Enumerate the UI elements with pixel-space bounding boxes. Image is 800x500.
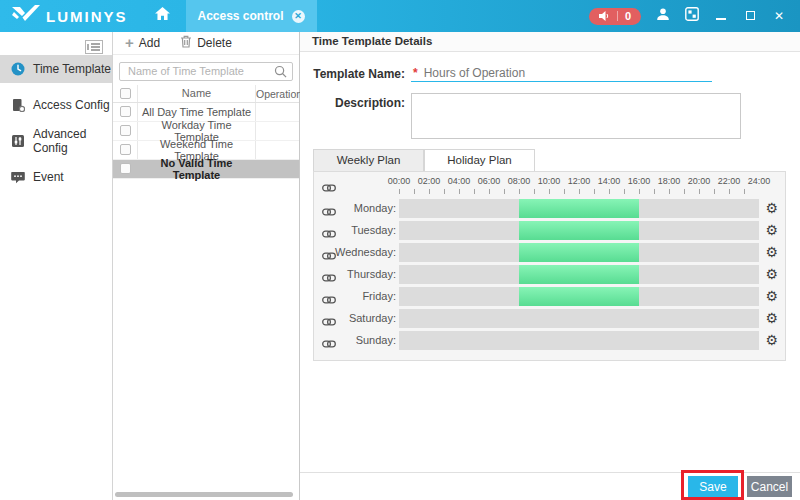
table-row-no-valid-time-template[interactable]: No Valid Time Template (113, 160, 299, 179)
collapse-sidebar-icon[interactable] (85, 40, 103, 54)
day-label: Thursday: (328, 264, 396, 285)
sidebar-items: Time Template Access Config Advanced Con… (0, 55, 112, 199)
time-axis-row: 00:0002:0004:0006:0008:0010:0012:0014:00… (314, 172, 785, 198)
description-label: Description: (300, 96, 405, 110)
notification-badge[interactable]: 0 (589, 8, 641, 25)
link-all-icon[interactable] (322, 179, 336, 197)
row-checkbox[interactable] (120, 144, 131, 155)
sidebar: Time Template Access Config Advanced Con… (0, 32, 113, 500)
divider (617, 11, 618, 21)
search-input[interactable] (119, 62, 293, 81)
tab-label: Access control (198, 9, 284, 23)
tab-close-icon[interactable]: ✕ (292, 10, 305, 23)
add-button[interactable]: + Add (125, 36, 160, 50)
brand: LUMINYS (12, 5, 128, 27)
gear-icon[interactable]: ⚙ (765, 264, 778, 285)
time-axis-label: 16:00 (628, 176, 651, 186)
notification-count: 0 (625, 10, 631, 22)
plan-tabs: Weekly PlanHoliday Plan (313, 149, 535, 171)
row-checkbox-cell (113, 141, 138, 159)
minimize-button[interactable] (714, 9, 728, 23)
add-label: Add (139, 36, 160, 50)
gear-icon[interactable]: ⚙ (765, 286, 778, 307)
schedule-segment[interactable] (519, 199, 639, 218)
row-name: No Valid Time Template (138, 157, 255, 181)
sidebar-item-event[interactable]: Event (0, 163, 112, 191)
time-axis-label: 08:00 (508, 176, 531, 186)
gear-icon[interactable]: ⚙ (765, 242, 778, 263)
schedule-track[interactable] (399, 287, 759, 306)
sidebar-item-time-template[interactable]: Time Template (0, 55, 112, 83)
schedule-track[interactable] (399, 265, 759, 284)
template-name-label: Template Name: (300, 67, 405, 81)
sidebar-item-label: Advanced Config (33, 127, 112, 155)
close-button[interactable]: ✕ (772, 9, 786, 23)
luminys-logo-icon (12, 5, 40, 27)
description-textarea[interactable] (411, 93, 741, 139)
schedule-segment[interactable] (519, 221, 639, 240)
schedule-row-saturday: Saturday: ⚙ (314, 308, 785, 330)
save-button[interactable]: Save (688, 476, 738, 497)
tab-holiday-plan[interactable]: Holiday Plan (424, 149, 535, 171)
event-icon (11, 171, 25, 184)
row-operation-cell (255, 122, 299, 140)
delete-button[interactable]: Delete (180, 35, 232, 51)
remote-assist-icon[interactable] (685, 7, 699, 25)
schedule-segment[interactable] (519, 243, 639, 262)
search-icon[interactable] (274, 64, 287, 82)
row-name: All Day Time Template (138, 106, 255, 118)
schedule-track[interactable] (399, 221, 759, 240)
time-axis-label: 20:00 (688, 176, 711, 186)
template-name-input[interactable] (424, 66, 712, 80)
plus-icon: + (125, 37, 134, 49)
time-axis-label: 10:00 (538, 176, 561, 186)
horizontal-scrollbar[interactable] (115, 492, 293, 497)
row-checkbox-cell (113, 103, 138, 121)
schedule-segment[interactable] (519, 265, 639, 284)
row-operation-cell (255, 141, 299, 159)
sidebar-item-access-config[interactable]: Access Config (0, 91, 112, 119)
gear-icon[interactable]: ⚙ (765, 308, 778, 329)
maximize-button[interactable] (743, 9, 757, 23)
gear-icon[interactable]: ⚙ (765, 330, 778, 351)
gear-icon[interactable]: ⚙ (765, 220, 778, 241)
details-title: Time Template Details (300, 32, 800, 52)
access-config-icon (11, 98, 25, 112)
time-axis-label: 22:00 (718, 176, 741, 186)
time-axis-labels: 00:0002:0004:0006:0008:0010:0012:0014:00… (399, 176, 759, 187)
schedule-row-wednesday: Wednesday: ⚙ (314, 242, 785, 264)
row-checkbox[interactable] (120, 106, 131, 117)
time-axis-ticks (399, 189, 759, 194)
advanced-config-icon (11, 134, 25, 148)
time-axis-label: 02:00 (418, 176, 441, 186)
column-header-name: Name (138, 87, 255, 99)
user-icon[interactable] (656, 7, 670, 25)
row-operation-cell (255, 160, 299, 178)
schedule-track[interactable] (399, 243, 759, 262)
schedule-segment[interactable] (519, 287, 639, 306)
day-label: Wednesday: (328, 242, 396, 263)
tab-weekly-plan[interactable]: Weekly Plan (313, 149, 424, 171)
row-operation-cell (255, 103, 299, 121)
schedule-row-sunday: Sunday: ⚙ (314, 330, 785, 352)
column-header-operation: Operation (255, 85, 299, 102)
home-button[interactable] (150, 0, 176, 32)
cancel-button[interactable]: Cancel (747, 476, 792, 497)
titlebar: LUMINYS Access control ✕ 0 (0, 0, 800, 32)
gear-icon[interactable]: ⚙ (765, 198, 778, 219)
required-marker: * (413, 66, 418, 80)
row-checkbox[interactable] (120, 163, 131, 174)
schedule-track[interactable] (399, 309, 759, 328)
select-all-checkbox[interactable] (120, 88, 131, 99)
row-checkbox-cell (113, 160, 138, 178)
schedule-track[interactable] (399, 331, 759, 350)
time-template-table: Name Operation All Day Time Template Wor… (113, 85, 299, 179)
row-checkbox[interactable] (120, 125, 131, 136)
time-axis-label: 00:00 (388, 176, 411, 186)
day-label: Monday: (328, 198, 396, 219)
schedule-track[interactable] (399, 199, 759, 218)
sidebar-item-advanced-config[interactable]: Advanced Config (0, 127, 112, 155)
tab-access-control[interactable]: Access control ✕ (186, 0, 317, 32)
weekly-plan-panel: 00:0002:0004:0006:0008:0010:0012:0014:00… (313, 171, 786, 361)
clock-icon (11, 62, 25, 76)
